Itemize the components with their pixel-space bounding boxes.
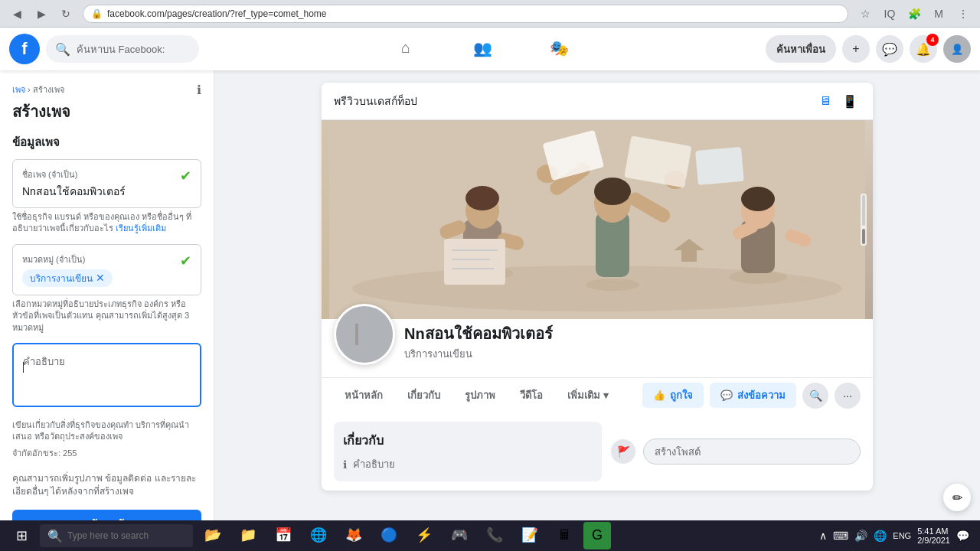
preview-card: พรีวิวบนเดสก์ท็อป 🖥 📱 <box>322 83 873 491</box>
search-page-button[interactable]: 🔍 <box>802 383 828 409</box>
preview-title: พรีวิวบนเดสก์ท็อป <box>334 93 417 109</box>
url-text: facebook.com/pages/creation/?ref_type=co… <box>107 8 327 19</box>
bookmark-button[interactable]: ☆ <box>854 3 876 24</box>
page-info: Nnสอนใช้คอมพิวเตอร์ บริการงานเขียน <box>404 321 861 365</box>
taskbar-notification-icon[interactable]: 💬 <box>956 530 969 542</box>
taskbar-lang: ENG <box>893 531 911 540</box>
cover-photo <box>322 120 873 319</box>
nav-videos[interactable]: วีดีโอ <box>509 378 554 412</box>
messenger-button[interactable]: 💬 <box>876 35 903 63</box>
page-body: เกี่ยวกับ ℹ คำอธิบาย 🚩 สร้างโพสต์ <box>322 412 873 491</box>
create-post-button[interactable]: สร้างโพสต์ <box>643 439 861 465</box>
page-category: บริการงานเขียน <box>404 346 861 362</box>
taskbar-app-phone[interactable]: 📞 <box>478 520 511 551</box>
find-friends-button[interactable]: ค้นหาเพื่อน <box>766 35 836 63</box>
taskbar-app-calc[interactable]: 🖩 <box>548 520 582 551</box>
profile-avatar <box>334 304 395 365</box>
message-button[interactable]: 💬 ส่งข้อความ <box>710 383 796 408</box>
taskbar-app-edge[interactable]: 🌐 <box>302 520 335 551</box>
like-button[interactable]: 👍 ถูกใจ <box>642 383 704 408</box>
search-input[interactable] <box>77 44 190 55</box>
taskbar-app-calendar[interactable]: 📅 <box>266 520 300 551</box>
desktop-view-button[interactable]: 🖥 <box>815 90 836 112</box>
svg-marker-31 <box>358 324 372 333</box>
view-toggle-buttons: 🖥 📱 <box>815 90 861 112</box>
edit-button[interactable]: ✏ <box>943 484 971 511</box>
taskbar-app-note[interactable]: 📝 <box>513 520 547 551</box>
nav-more[interactable]: เพิ่มเติม ▾ <box>557 378 619 412</box>
taskbar-app-speedtest[interactable]: ⚡ <box>407 520 441 551</box>
friends-nav-button[interactable]: 👥 <box>446 31 519 67</box>
about-section: เกี่ยวกับ ℹ คำอธิบาย <box>334 422 602 481</box>
facebook-header: f 🔍 ⌂ 👥 🎭 ค้นหาเพื่อน + 💬 🔔 4 👤 <box>0 28 980 70</box>
breadcrumb-pages-link[interactable]: เพจ <box>12 85 25 94</box>
profile-button[interactable]: M <box>928 3 949 24</box>
extension-button[interactable]: 🧩 <box>903 3 925 24</box>
taskbar-search[interactable]: 🔍 <box>40 524 193 547</box>
watch-nav-button[interactable]: 🎭 <box>522 31 596 67</box>
preview-area: พรีวิวบนเดสก์ท็อป 🖥 📱 <box>214 70 980 551</box>
category-tag: บริการงานเขียน ✕ <box>22 269 113 287</box>
section-title: ข้อมูลเพจ <box>12 133 201 152</box>
category-input-box[interactable]: หมวดหมู่ (จำเป็น) บริการงานเขียน ✕ ✔ <box>12 244 201 295</box>
create-button[interactable]: + <box>842 35 870 63</box>
thumbsup-icon: 👍 <box>653 390 665 401</box>
forward-button[interactable]: ▶ <box>31 3 52 24</box>
post-avatar-icon: 🚩 <box>611 439 635 464</box>
more-button[interactable]: ⋮ <box>952 3 974 24</box>
svg-rect-22 <box>695 147 744 185</box>
name-label: ชื่อเพจ (จำเป็น) <box>22 168 126 181</box>
taskbar: ⊞ 🔍 📂 📁 📅 🌐 🦊 🔵 ⚡ 🎮 📞 📝 🖩 G ∧ ⌨ 🔊 🌐 ENG … <box>0 520 980 551</box>
add-more-text: คุณสามารถเพิ่มรูปภาพ ข้อมูลติดต่อ และราย… <box>12 472 201 498</box>
taskbar-app-game[interactable]: 🎮 <box>443 520 476 551</box>
nav-right: ค้นหาเพื่อน + 💬 🔔 4 👤 <box>766 35 971 63</box>
taskbar-app-file-explorer[interactable]: 📂 <box>196 520 230 551</box>
page-title: สร้างเพจ <box>12 99 201 124</box>
browser-chrome: ◀ ▶ ↻ 🔒 facebook.com/pages/creation/?ref… <box>0 0 980 28</box>
about-bio-row: ℹ คำอธิบาย <box>343 456 593 472</box>
taskbar-network-icon[interactable]: 🌐 <box>874 530 887 542</box>
iq-button[interactable]: IQ <box>879 3 900 24</box>
notification-count: 4 <box>926 34 939 46</box>
home-nav-button[interactable]: ⌂ <box>369 31 443 67</box>
svg-rect-8 <box>444 239 505 285</box>
taskbar-speaker-icon[interactable]: 🔊 <box>854 530 867 542</box>
page-nav: หน้าหลัก เกี่ยวกับ รูปภาพ วีดีโอ เพิ่มเต… <box>322 377 873 412</box>
notifications-button[interactable]: 🔔 4 <box>910 35 937 63</box>
nav-home[interactable]: หน้าหลัก <box>334 378 394 412</box>
learn-more-link[interactable]: เรียนรู้เพิ่มเติม <box>116 223 166 233</box>
browser-nav-buttons: ◀ ▶ ↻ <box>6 3 77 24</box>
more-options-button[interactable]: ··· <box>835 383 861 409</box>
back-button[interactable]: ◀ <box>6 3 28 24</box>
taskbar-app-firefox[interactable]: 🦊 <box>337 520 371 551</box>
nav-about[interactable]: เกี่ยวกับ <box>397 378 451 412</box>
taskbar-app-green[interactable]: G <box>583 522 611 549</box>
address-bar[interactable]: 🔒 facebook.com/pages/creation/?ref_type=… <box>83 5 848 23</box>
svg-point-26 <box>741 187 775 211</box>
account-button[interactable]: 👤 <box>943 35 971 63</box>
taskbar-app-files[interactable]: 📁 <box>231 520 265 551</box>
tag-remove-button[interactable]: ✕ <box>96 272 105 284</box>
taskbar-keyboard-icon[interactable]: ⌨ <box>833 530 848 542</box>
cover-svg <box>322 120 873 319</box>
bio-textarea[interactable] <box>12 343 201 407</box>
info-icon[interactable]: ℹ <box>197 83 201 97</box>
page-nav-actions: 👍 ถูกใจ 💬 ส่งข้อความ 🔍 ··· <box>642 383 861 409</box>
taskbar-app-chrome[interactable]: 🔵 <box>372 520 406 551</box>
main-content: ℹ เพจ › สร้างเพจ สร้างเพจ ข้อมูลเพจ ชื่อ… <box>0 70 980 551</box>
char-count: จำกัดอักขระ: 255 <box>12 446 201 460</box>
page-profile-section: Nnสอนใช้คอมพิวเตอร์ บริการงานเขียน <box>322 304 873 377</box>
category-check-icon: ✔ <box>180 253 191 269</box>
start-button[interactable]: ⊞ <box>3 520 40 551</box>
name-helper: ใช้ชื่อธุรกิจ แบรนด์ หรือของคุณเอง หรือช… <box>12 211 201 235</box>
name-form-group: ชื่อเพจ (จำเป็น) Nnสอนใช้คอมพิวเตอร์ ✔ ใ… <box>12 159 201 235</box>
refresh-button[interactable]: ↻ <box>55 3 77 24</box>
nav-photos[interactable]: รูปภาพ <box>454 378 506 412</box>
lock-icon: 🔒 <box>91 8 103 19</box>
name-input-box[interactable]: ชื่อเพจ (จำเป็น) Nnสอนใช้คอมพิวเตอร์ ✔ <box>12 159 201 208</box>
mobile-view-button[interactable]: 📱 <box>839 90 861 112</box>
info-small-icon: ℹ <box>343 458 347 471</box>
taskbar-search-input[interactable] <box>67 530 175 541</box>
search-box[interactable]: 🔍 <box>46 35 199 63</box>
taskbar-up-arrow[interactable]: ∧ <box>819 530 827 542</box>
